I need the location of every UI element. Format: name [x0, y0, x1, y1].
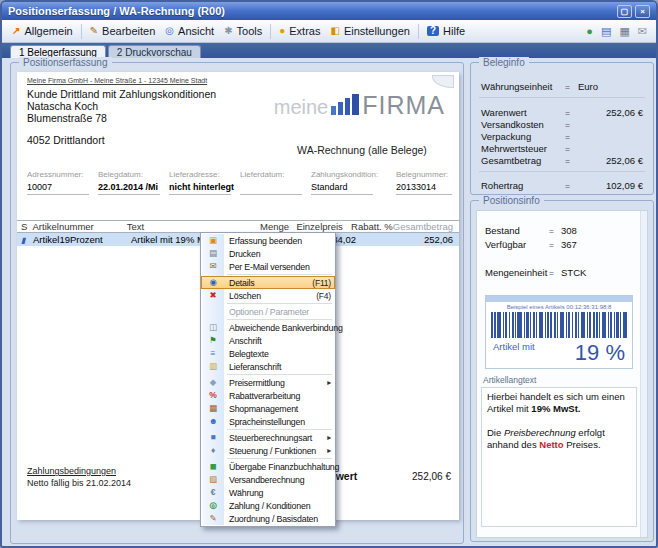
- menu-item-label: Optionen / Parameter: [229, 307, 309, 317]
- row-label: Versandkosten: [481, 119, 565, 130]
- groupbox-legend: Positionserfassung: [19, 57, 112, 68]
- menu-item-abweichende-bankverbindung[interactable]: ◫ Abweichende Bankverbindung: [201, 321, 335, 334]
- percent-icon: %: [206, 389, 220, 402]
- edit-icon: ✎: [90, 26, 98, 36]
- menu-item-rabattverarbeitung[interactable]: % Rabattverarbeitung: [201, 389, 335, 402]
- recipient-contact: Natascha Koch: [27, 100, 98, 112]
- row-label: Bestand: [485, 225, 549, 236]
- row-label: Verpackung: [481, 131, 565, 142]
- menu-item-zuordnung-basisdaten[interactable]: ✎ Zuordnung / Basisdaten: [201, 512, 335, 525]
- document-icon[interactable]: ▤: [601, 24, 611, 38]
- flag-icon: ⚑: [206, 334, 220, 347]
- column-header-einzelpreis: Einzelpreis: [289, 221, 343, 232]
- menu-allgemein[interactable]: ↗ Allgemein: [7, 23, 78, 39]
- printer-icon[interactable]: ▦: [619, 24, 629, 38]
- field-value[interactable]: 20133014: [396, 182, 452, 195]
- menu-item-label: Währung: [229, 488, 263, 498]
- menu-item-optionen-parameter: Optionen / Parameter: [201, 305, 335, 318]
- menubar-separator: [81, 24, 82, 39]
- positionsinfo-row-verfuegbar: Verfügbar = 367: [485, 239, 635, 250]
- field-value[interactable]: 22.01.2014 /Mi: [98, 182, 160, 195]
- equals-sign: =: [565, 108, 578, 118]
- beleginfo-groupbox: Beleginfo Währungseinheit = Euro Warenwe…: [470, 62, 654, 195]
- row-value: STCK: [561, 267, 586, 278]
- menu-item-label: Drucken: [229, 249, 260, 259]
- menu-item-shopmanagement[interactable]: ▦ Shopmanagement: [201, 402, 335, 415]
- field-value[interactable]: [240, 182, 302, 195]
- menu-item-anschrift[interactable]: ⚑ Anschrift: [201, 334, 335, 347]
- pricing-icon: ◆: [206, 376, 220, 389]
- menu-item-belegtexte[interactable]: ≡ Belegtexte: [201, 347, 335, 360]
- menu-separator: [227, 274, 332, 275]
- column-header-rabatt: Rabatt. %: [343, 221, 393, 232]
- menu-item-zahlung-konditionen[interactable]: ◎ Zahlung / Konditionen: [201, 499, 335, 512]
- menu-tools[interactable]: ✱ Tools: [219, 23, 267, 39]
- control-icon: ♦: [206, 444, 220, 457]
- equals-sign: =: [565, 181, 578, 191]
- restore-button[interactable]: ▢: [617, 5, 632, 18]
- menu-item-uebergabe-finanzbuchhaltung[interactable]: ◼ Übergabe Finanzbuchhaltung: [201, 460, 335, 473]
- menu-bearbeiten[interactable]: ✎ Bearbeiten: [85, 23, 161, 39]
- menu-item-lieferanschrift[interactable]: ▥ Lieferanschrift: [201, 360, 335, 373]
- menu-item-waehrung[interactable]: € Währung: [201, 486, 335, 499]
- field-value[interactable]: Standard: [311, 182, 373, 195]
- zahlungsbedingungen-link[interactable]: Zahlungsbedingungen: [27, 466, 116, 476]
- arrow-icon: ↗: [12, 26, 20, 36]
- row-value: 102,09 €: [578, 180, 643, 191]
- beleginfo-row-warenwert: Warenwert = 252,06 €: [481, 107, 643, 118]
- screen: Positionserfassung / WA-Rechnung (R00) ▢…: [0, 0, 658, 548]
- menu-ansicht[interactable]: ◎ Ansicht: [160, 23, 219, 39]
- field-label: Adressnummer:: [27, 170, 89, 179]
- document-title: WA-Rechnung (alle Belege): [267, 144, 457, 156]
- mail-icon: ✉: [206, 260, 220, 273]
- column-header-menge: Menge: [246, 221, 289, 232]
- menu-item-steuerung-funktionen[interactable]: ♦ Steuerung / Funktionen ▸: [201, 444, 335, 457]
- delete-icon: ✖: [206, 289, 220, 302]
- barcode-caption: Beispiel eines Artikels 00:12:36:31:98:8: [488, 304, 630, 310]
- equals-sign: =: [549, 268, 561, 278]
- menu-item-erfassung-beenden[interactable]: ▣ Erfassung beenden: [201, 234, 335, 247]
- barcode-article-label: Artikel mit: [493, 341, 535, 352]
- divider: [479, 97, 645, 98]
- field-belegdatum: Belegdatum: 22.01.2014 /Mi: [98, 170, 160, 195]
- globe-icon[interactable]: ●: [586, 24, 593, 38]
- assignment-icon: ✎: [206, 512, 220, 525]
- field-value[interactable]: 10007: [27, 182, 89, 195]
- menu-item-steuerberechnungsart[interactable]: ■ Steuerberechnungsart ▸: [201, 431, 335, 444]
- help-icon: ?: [427, 26, 439, 36]
- positionsinfo-panel: Bestand = 308 Verfügbar = 367 Mengeneinh…: [476, 210, 648, 538]
- menu-label: Ansicht: [178, 25, 214, 37]
- menu-item-label: Abweichende Bankverbindung: [229, 323, 343, 333]
- field-value[interactable]: nicht hinterlegt: [169, 182, 231, 195]
- menu-item-email-versenden[interactable]: ✉ Per E-Mail versenden: [201, 260, 335, 273]
- positionsinfo-row-bestand: Bestand = 308: [485, 225, 635, 236]
- beleginfo-row-rohertrag: Rohertrag = 102,09 €: [481, 180, 643, 191]
- menu-extras[interactable]: ● Extras: [274, 23, 325, 39]
- barcode-percent-label: 19 %: [575, 340, 625, 366]
- cell-artikelnummer: Artikel19Prozent: [33, 234, 131, 245]
- row-label: Gesamtbetrag: [481, 155, 565, 166]
- field-label: Lieferdatum:: [240, 170, 302, 179]
- recipient-street: Blumenstraße 78: [27, 112, 107, 124]
- tab-druckvorschau[interactable]: 2 Druckvorschau: [108, 45, 201, 58]
- tab-strip: 1 Belegerfassung 2 Druckvorschau: [2, 43, 656, 58]
- title-bar[interactable]: Positionserfassung / WA-Rechnung (R00) ▢…: [2, 2, 656, 20]
- close-button[interactable]: ×: [635, 5, 650, 18]
- menu-item-preisermittlung[interactable]: ◆ Preisermittlung ▸: [201, 376, 335, 389]
- menu-item-versandberechnung[interactable]: ▧ Versandberechnung: [201, 473, 335, 486]
- scrollbar[interactable]: [640, 211, 647, 537]
- menu-item-drucken[interactable]: ▤ Drucken: [201, 247, 335, 260]
- field-label: Belegnummer:: [396, 170, 452, 179]
- extras-icon: ●: [279, 26, 285, 36]
- details-icon: ◉: [206, 276, 220, 289]
- menu-item-spracheinstellungen[interactable]: ☻ Spracheinstellungen: [201, 415, 335, 428]
- row-value: Euro: [578, 81, 643, 92]
- totals-value: 252,06 €: [412, 471, 451, 482]
- menu-item-loeschen[interactable]: ✖ Löschen (F4): [201, 289, 335, 302]
- menu-item-details[interactable]: ◉ Details (F11): [201, 276, 335, 289]
- menu-einstellungen[interactable]: ◧ Einstellungen: [325, 23, 415, 39]
- mail-icon[interactable]: ✉: [638, 24, 647, 38]
- submenu-arrow-icon: ▸: [327, 446, 331, 455]
- menu-hilfe[interactable]: ? Hilfe: [422, 23, 470, 39]
- accounting-icon: ◼: [206, 460, 220, 473]
